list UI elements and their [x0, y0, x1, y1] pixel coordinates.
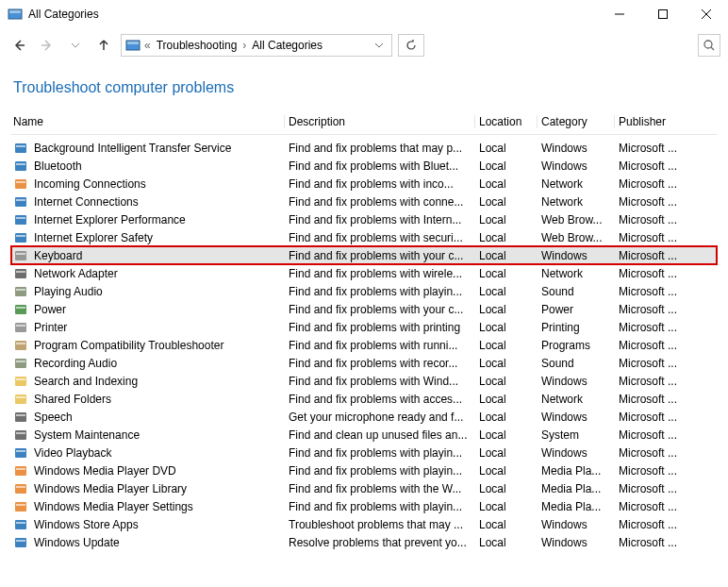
- maximize-button[interactable]: [641, 0, 685, 28]
- troubleshooter-icon: [13, 481, 28, 496]
- svg-rect-34: [15, 341, 26, 350]
- row-category: Windows: [538, 446, 615, 460]
- table-row[interactable]: Search and IndexingFind and fix problems…: [11, 372, 717, 390]
- row-publisher: Microsoft ...: [615, 339, 717, 352]
- breadcrumb-root-sep[interactable]: «: [144, 39, 151, 52]
- table-row[interactable]: BluetoothFind and fix problems with Blue…: [11, 157, 717, 175]
- table-row[interactable]: Network AdapterFind and fix problems wit…: [11, 264, 717, 282]
- row-name-text: Power: [34, 303, 66, 316]
- row-publisher: Microsoft ...: [615, 213, 717, 226]
- troubleshooter-icon: [13, 392, 28, 407]
- row-description: Find and fix problems with conne...: [285, 195, 475, 209]
- table-row[interactable]: System MaintenanceFind and clean up unus…: [11, 426, 717, 444]
- row-description: Find and fix problems with recor...: [285, 357, 475, 370]
- row-name-text: Internet Explorer Safety: [34, 231, 153, 244]
- row-location: Local: [475, 482, 538, 495]
- recent-dropdown-icon[interactable]: [64, 34, 87, 57]
- troubleshooter-icon: [13, 499, 28, 514]
- svg-rect-42: [15, 412, 26, 422]
- column-header-publisher[interactable]: Publisher: [615, 115, 717, 128]
- row-publisher: Microsoft ...: [615, 249, 717, 262]
- close-button[interactable]: [685, 0, 728, 28]
- row-location: Local: [475, 177, 538, 191]
- row-location: Local: [475, 303, 538, 316]
- row-location: Local: [475, 464, 538, 478]
- forward-button[interactable]: [36, 34, 58, 57]
- row-name-text: Recording Audio: [34, 357, 117, 370]
- row-name-text: Network Adapter: [34, 267, 118, 280]
- column-header-category[interactable]: Category: [538, 115, 615, 128]
- row-name-text: Incoming Connections: [34, 177, 146, 191]
- address-dropdown-icon[interactable]: [371, 41, 388, 50]
- column-header-description[interactable]: Description: [285, 115, 475, 128]
- table-row[interactable]: KeyboardFind and fix problems with your …: [11, 246, 717, 264]
- row-category: Windows: [538, 536, 615, 549]
- navigation-bar: « Troubleshooting › All Categories: [0, 28, 728, 62]
- row-category: Windows: [538, 375, 615, 388]
- breadcrumb-item-all-categories[interactable]: All Categories: [248, 37, 326, 54]
- breadcrumb-sep: ›: [242, 39, 246, 52]
- location-icon: [125, 38, 141, 53]
- svg-rect-1: [9, 10, 21, 13]
- search-button[interactable]: [698, 34, 720, 57]
- row-publisher: Microsoft ...: [615, 159, 717, 173]
- row-name-text: Shared Folders: [34, 393, 111, 406]
- row-location: Local: [475, 357, 538, 370]
- row-name-text: Program Compatibility Troubleshooter: [34, 339, 223, 352]
- table-row[interactable]: Internet Explorer PerformanceFind and fi…: [11, 210, 717, 228]
- table-row[interactable]: Incoming ConnectionsFind and fix problem…: [11, 175, 717, 193]
- table-row[interactable]: Video PlaybackFind and fix problems with…: [11, 444, 717, 461]
- table-row[interactable]: Playing AudioFind and fix problems with …: [11, 282, 717, 300]
- row-publisher: Microsoft ...: [615, 177, 717, 191]
- table-row[interactable]: Shared FoldersFind and fix problems with…: [11, 390, 717, 408]
- svg-rect-21: [16, 217, 25, 219]
- column-header-location[interactable]: Location: [475, 115, 538, 128]
- svg-rect-9: [127, 42, 139, 44]
- refresh-button[interactable]: [398, 34, 424, 57]
- row-category: Windows: [538, 411, 615, 424]
- svg-rect-39: [16, 378, 25, 380]
- table-row[interactable]: Internet ConnectionsFind and fix problem…: [11, 193, 717, 210]
- table-row[interactable]: Windows Store AppsTroubleshoot problems …: [11, 515, 717, 533]
- table-row[interactable]: Program Compatibility TroubleshooterFind…: [11, 336, 717, 354]
- table-row[interactable]: PowerFind and fix problems with your c..…: [11, 300, 717, 318]
- troubleshooter-icon: [13, 176, 28, 192]
- svg-rect-12: [15, 143, 26, 153]
- row-category: Windows: [538, 142, 615, 155]
- row-location: Local: [475, 536, 538, 549]
- row-location: Local: [475, 213, 538, 226]
- troubleshooter-icon: [13, 159, 28, 174]
- breadcrumb-item-troubleshooting[interactable]: Troubleshooting: [153, 37, 241, 54]
- row-name-text: Video Playback: [34, 446, 112, 460]
- row-name-text: Windows Update: [34, 536, 120, 549]
- back-button[interactable]: [8, 34, 30, 57]
- row-description: Find and fix problems with wirele...: [285, 267, 475, 280]
- svg-rect-49: [16, 468, 25, 470]
- row-description: Find and fix problems with playin...: [285, 500, 475, 513]
- svg-rect-40: [15, 394, 26, 404]
- troubleshooter-icon: [13, 248, 28, 263]
- up-button[interactable]: [92, 34, 115, 57]
- svg-rect-44: [15, 430, 26, 440]
- table-row[interactable]: Windows Media Player DVDFind and fix pro…: [11, 461, 717, 479]
- table-row[interactable]: SpeechGet your microphone ready and f...…: [11, 408, 717, 426]
- table-row[interactable]: Background Intelligent Transfer ServiceF…: [11, 139, 717, 157]
- row-name-text: Background Intelligent Transfer Service: [34, 142, 231, 155]
- table-row[interactable]: Recording AudioFind and fix problems wit…: [11, 354, 717, 372]
- table-row[interactable]: PrinterFind and fix problems with printi…: [11, 318, 717, 336]
- troubleshooter-icon: [13, 338, 28, 353]
- address-bar[interactable]: « Troubleshooting › All Categories: [121, 34, 392, 57]
- row-category: Media Pla...: [538, 500, 615, 513]
- minimize-button[interactable]: [598, 0, 641, 28]
- row-publisher: Microsoft ...: [615, 231, 717, 244]
- row-category: Network: [538, 177, 615, 191]
- svg-rect-15: [16, 163, 25, 165]
- column-header-name[interactable]: Name: [11, 115, 285, 128]
- svg-rect-19: [16, 199, 25, 201]
- table-row[interactable]: Windows UpdateResolve problems that prev…: [11, 533, 717, 551]
- row-publisher: Microsoft ...: [615, 321, 717, 334]
- table-row[interactable]: Internet Explorer SafetyFind and fix pro…: [11, 228, 717, 246]
- table-row[interactable]: Windows Media Player LibraryFind and fix…: [11, 479, 717, 497]
- table-header: Name Description Location Category Publi…: [11, 115, 717, 135]
- table-row[interactable]: Windows Media Player SettingsFind and fi…: [11, 497, 717, 515]
